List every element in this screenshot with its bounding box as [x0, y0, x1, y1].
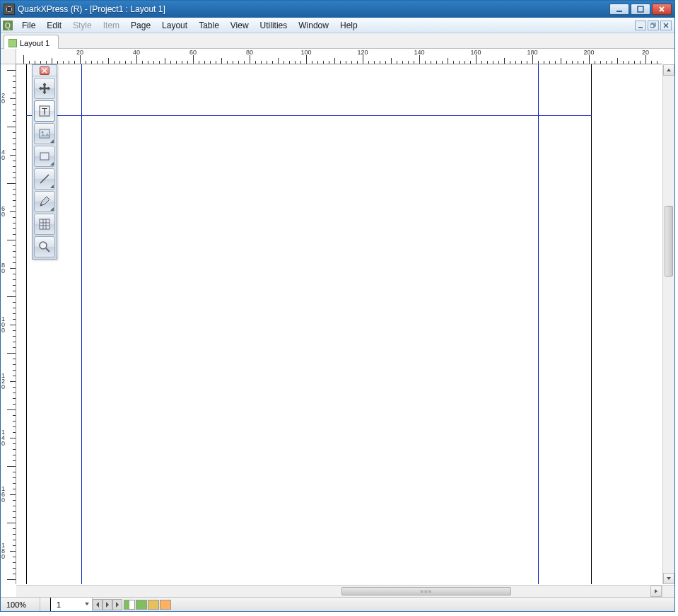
scroll-up-button[interactable] — [663, 64, 674, 76]
maximize-button[interactable] — [631, 4, 650, 15]
tools-palette-titlebar[interactable] — [33, 65, 57, 76]
document-canvas[interactable] — [16, 64, 662, 584]
svg-rect-6 — [638, 27, 643, 28]
ruler-h-label: 20 — [76, 49, 83, 56]
ruler-h-label: 200 — [583, 49, 594, 56]
mdi-minimize-button[interactable] — [635, 21, 646, 30]
workspace: 2040608010012014016018020020 20406080100… — [1, 49, 674, 597]
view-mode-green[interactable] — [136, 600, 147, 610]
menu-table[interactable]: Table — [193, 19, 225, 32]
close-button[interactable] — [652, 4, 672, 15]
ruler-origin[interactable] — [1, 49, 16, 64]
ruler-v-label: 100 — [1, 316, 5, 333]
ruler-h-label: 40 — [133, 49, 140, 56]
last-page-button[interactable] — [112, 599, 122, 610]
menu-bar: Q FileEditStyleItemPageLayoutTableViewUt… — [1, 18, 674, 33]
menu-utilities[interactable]: Utilities — [255, 19, 293, 32]
box-tool[interactable] — [34, 146, 55, 167]
ruler-v-label: 120 — [1, 373, 5, 390]
ruler-v-label: 20 — [1, 93, 5, 104]
layout-tab-strip: Layout 1 — [1, 33, 674, 49]
app-icon — [4, 4, 15, 15]
ruler-h-label: 180 — [527, 49, 537, 56]
svg-rect-11 — [40, 129, 49, 138]
ruler-v-label: 80 — [1, 262, 5, 274]
menu-view[interactable]: View — [225, 19, 255, 32]
zoom-field[interactable]: 100% — [1, 598, 40, 611]
page-value: 1 — [57, 600, 61, 609]
window-buttons — [609, 4, 672, 15]
vertical-scrollbar[interactable] — [662, 64, 674, 584]
minimize-button[interactable] — [609, 4, 629, 15]
flyout-indicator-icon — [50, 207, 54, 211]
svg-line-14 — [40, 175, 49, 183]
scroll-down-button[interactable] — [663, 573, 674, 584]
line-tool[interactable] — [34, 168, 55, 190]
svg-point-12 — [42, 132, 44, 134]
svg-rect-1 — [7, 7, 11, 11]
page[interactable] — [26, 64, 592, 584]
horizontal-scroll-thumb[interactable]: ≡≡≡ — [341, 587, 511, 595]
titlebar: QuarkXPress (R) - [Project1 : Layout 1] — [1, 1, 674, 18]
svg-text:T: T — [42, 106, 47, 117]
scroll-corner — [662, 585, 674, 597]
view-mode-buttons — [124, 600, 171, 610]
ruler-h-label: 140 — [414, 49, 424, 56]
ruler-h-label: 60 — [189, 49, 197, 56]
left-margin-guide — [81, 64, 82, 584]
layout-tab-icon — [8, 39, 17, 47]
zoom-value: 100% — [6, 600, 26, 609]
svg-rect-2 — [616, 11, 622, 12]
horizontal-scroll-track[interactable]: ≡≡≡ — [228, 586, 650, 597]
mdi-restore-button[interactable] — [648, 21, 659, 30]
menu-style: Style — [67, 19, 98, 32]
mdi-app-icon: Q — [2, 20, 13, 31]
text-content-tool[interactable]: T — [34, 100, 55, 122]
vertical-ruler[interactable]: 20406080100120140160180 — [1, 64, 16, 584]
svg-line-21 — [46, 248, 49, 252]
top-margin-guide — [26, 115, 592, 116]
menu-layout[interactable]: Layout — [156, 19, 193, 32]
tools-palette-close-button[interactable] — [40, 66, 49, 75]
page-field[interactable]: 1 — [50, 598, 93, 611]
ruler-h-label: 20 — [642, 49, 649, 56]
ruler-h-label: 120 — [357, 49, 368, 56]
application-window: QuarkXPress (R) - [Project1 : Layout 1] … — [0, 0, 675, 612]
mdi-window-buttons — [635, 21, 673, 30]
layout-tab-label: Layout 1 — [20, 39, 49, 47]
menu-file[interactable]: File — [16, 19, 41, 32]
mdi-close-button[interactable] — [660, 21, 672, 30]
table-tool[interactable] — [34, 214, 55, 235]
view-mode-yellow[interactable] — [148, 600, 159, 610]
picture-content-tool[interactable] — [34, 123, 55, 144]
pen-tool[interactable] — [34, 191, 55, 212]
horizontal-ruler[interactable]: 2040608010012014016018020020 — [16, 49, 662, 64]
menu-item: Item — [98, 19, 125, 32]
ruler-h-label: 80 — [246, 49, 253, 56]
menu-edit[interactable]: Edit — [41, 19, 67, 32]
horizontal-scrollbar[interactable]: ≡≡≡ — [16, 585, 662, 597]
item-tool[interactable] — [34, 78, 55, 99]
flyout-indicator-icon — [50, 139, 54, 143]
prev-page-button[interactable] — [93, 599, 103, 610]
layout-tab[interactable]: Layout 1 — [4, 35, 59, 49]
view-mode-orange[interactable] — [160, 600, 171, 610]
view-mode-split[interactable] — [124, 600, 135, 610]
ruler-v-label: 180 — [1, 542, 5, 559]
vertical-scroll-thumb[interactable] — [665, 206, 673, 277]
menu-page[interactable]: Page — [125, 19, 156, 32]
next-page-button[interactable] — [103, 599, 112, 610]
ruler-v-label: 140 — [1, 429, 5, 446]
scroll-right-button[interactable] — [650, 586, 662, 597]
menu-window[interactable]: Window — [293, 19, 334, 32]
flyout-indicator-icon — [50, 185, 54, 188]
svg-text:Q: Q — [5, 22, 11, 30]
tools-palette[interactable]: T — [32, 64, 57, 260]
ruler-v-label: 60 — [1, 206, 5, 217]
menu-help[interactable]: Help — [334, 19, 363, 32]
status-bar: 100% 1 — [1, 597, 674, 611]
svg-rect-15 — [40, 219, 49, 229]
zoom-tool[interactable] — [34, 236, 55, 257]
ruler-v-label: 160 — [1, 486, 5, 503]
svg-rect-3 — [638, 6, 643, 12]
